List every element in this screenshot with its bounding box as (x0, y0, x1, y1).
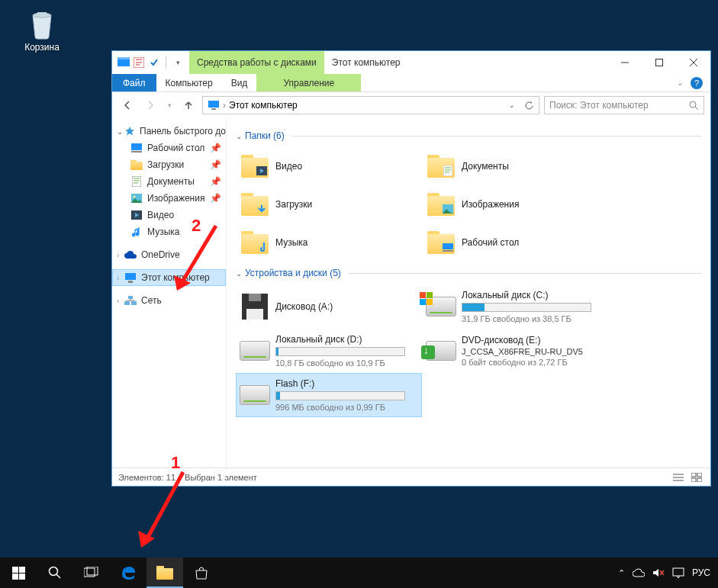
address-dropdown-icon[interactable]: ⌄ (504, 101, 520, 111)
chevron-down-icon: ⌄ (236, 269, 245, 278)
folder-icon (156, 566, 173, 580)
nav-up-button[interactable] (179, 96, 198, 114)
system-tray: ⌃ РУС (610, 557, 718, 588)
svg-rect-19 (131, 301, 137, 305)
sidebar-item-desktop[interactable]: Рабочий стол 📌 (112, 140, 226, 156)
floppy-icon (237, 289, 272, 324)
drive-tile-floppy-a[interactable]: Дисковод (A:) (236, 284, 422, 329)
svg-point-12 (134, 196, 136, 198)
ribbon-collapse-icon[interactable]: ⌄ (677, 79, 683, 87)
taskbar-search-button[interactable] (37, 557, 73, 588)
sidebar-quick-access[interactable]: ⌄ Панель быстрого до (112, 123, 226, 140)
drive-tile-flash-f[interactable]: Flash (F:) 996 МБ свободно из 0,99 ГБ (236, 373, 422, 417)
tray-language[interactable]: РУС (692, 567, 710, 578)
sidebar-network[interactable]: › Сеть (112, 292, 226, 309)
folder-tiles: Видео Документы Загрузки Изображения Муз… (236, 147, 701, 262)
sidebar-item-videos[interactable]: Видео (112, 207, 226, 223)
taskbar-edge[interactable] (110, 557, 146, 588)
window-title: Этот компьютер (324, 51, 607, 74)
sidebar-item-documents[interactable]: Документы 📌 (112, 173, 226, 190)
ribbon-tab-view[interactable]: Вид (222, 74, 257, 92)
caret-icon: › (117, 297, 124, 305)
taskbar-file-explorer[interactable] (146, 557, 183, 588)
folder-tile-documents[interactable]: Документы (422, 147, 608, 185)
desktop-recycle-bin[interactable]: Корзина (15, 6, 69, 53)
svg-rect-8 (131, 143, 142, 150)
folder-tile-pictures[interactable]: Изображения (422, 185, 608, 223)
svg-rect-30 (691, 473, 696, 477)
network-icon (124, 294, 137, 307)
nav-forward-button[interactable] (141, 96, 159, 114)
folder-tile-desktop[interactable]: Рабочий стол (422, 223, 608, 262)
group-folders[interactable]: ⌄ Папки (6) (236, 127, 701, 144)
tray-chevron-up-icon[interactable]: ⌃ (618, 568, 625, 578)
start-button[interactable] (0, 557, 37, 588)
group-devices-drives[interactable]: ⌄ Устройства и диски (5) (236, 265, 701, 281)
drive-tile-local-c[interactable]: Локальный диск (C:) 31,9 ГБ свободно из … (422, 284, 608, 329)
pin-icon: 📌 (210, 143, 221, 153)
svg-rect-16 (125, 273, 136, 280)
task-view-button[interactable] (73, 557, 110, 588)
drive-tile-local-d[interactable]: Локальный диск (D:) 10,8 ГБ свободно из … (236, 329, 422, 373)
ribbon-tab-file[interactable]: Файл (112, 74, 156, 92)
svg-rect-1 (118, 59, 130, 66)
windows-logo-icon (420, 292, 433, 306)
qat-properties-icon[interactable] (132, 56, 146, 69)
caret-icon: › (117, 251, 124, 259)
pc-icon (124, 272, 137, 284)
search-icon (689, 101, 699, 111)
documents-icon (130, 175, 143, 188)
minimize-button[interactable] (607, 51, 642, 74)
drive-tools-context-tab: Средства работы с дисками (189, 51, 324, 74)
svg-rect-32 (691, 478, 696, 482)
svg-rect-26 (420, 292, 426, 298)
pictures-icon (130, 192, 143, 204)
content-pane[interactable]: ⌄ Папки (6) Видео Документы Загрузки (227, 118, 710, 468)
view-details-button[interactable] (671, 471, 686, 484)
folder-icon (237, 187, 272, 222)
search-box[interactable]: Поиск: Этот компьютер (544, 96, 704, 114)
qat-dropdown-icon[interactable]: ▾ (171, 56, 185, 69)
annotation-number-1: 1 (171, 453, 180, 473)
view-large-icons-button[interactable] (689, 471, 704, 484)
taskbar-store[interactable] (183, 557, 220, 588)
ribbon-tab-computer[interactable]: Компьютер (156, 74, 222, 92)
svg-point-7 (690, 101, 696, 108)
sidebar-item-downloads[interactable]: Загрузки 📌 (112, 156, 226, 173)
search-icon (48, 566, 62, 580)
system-menu-icon[interactable] (117, 56, 130, 69)
folder-tile-downloads[interactable]: Загрузки (236, 185, 422, 223)
drive-usage-bar (275, 391, 405, 400)
address-bar-row: ▾ › Этот компьютер ⌄ Поиск: Этот компьют… (112, 92, 710, 118)
close-button[interactable] (676, 51, 710, 74)
svg-rect-15 (140, 210, 142, 220)
volume-muted-icon[interactable] (652, 567, 665, 578)
folder-tile-videos[interactable]: Видео (236, 147, 422, 185)
pin-icon: 📌 (210, 193, 221, 204)
help-icon[interactable]: ? (691, 77, 703, 89)
ribbon-tabs: Файл Компьютер Вид Управление ⌄ ? (112, 74, 710, 92)
dvd-icon (423, 333, 459, 368)
address-bar[interactable]: › Этот компьютер ⌄ (202, 96, 539, 114)
onedrive-tray-icon[interactable] (633, 567, 645, 578)
annotation-number-2: 2 (192, 216, 201, 236)
maximize-button[interactable] (642, 51, 676, 74)
caret-icon: ⌄ (117, 127, 124, 136)
sidebar-item-pictures[interactable]: Изображения 📌 (112, 190, 226, 207)
caret-icon: › (117, 274, 124, 282)
qat-check-icon[interactable] (147, 56, 161, 69)
action-center-icon[interactable] (672, 567, 684, 579)
hdd-icon (237, 333, 272, 368)
titlebar[interactable]: ▾ Средства работы с дисками Этот компьют… (112, 51, 710, 74)
folder-tile-music[interactable]: Музыка (236, 223, 422, 262)
folder-icon (237, 149, 272, 184)
svg-rect-31 (697, 473, 702, 477)
ribbon-tab-drive-tools[interactable]: Управление (256, 74, 361, 92)
svg-rect-17 (128, 281, 133, 283)
nav-recent-dropdown[interactable]: ▾ (164, 96, 175, 114)
refresh-button[interactable] (520, 101, 537, 111)
address-path: Этот компьютер (229, 100, 298, 111)
nav-back-button[interactable] (118, 96, 137, 114)
svg-point-34 (50, 567, 58, 576)
drive-tile-dvd-e[interactable]: DVD-дисковод (E:) J_CCSA_X86FRE_RU-RU_DV… (422, 329, 608, 373)
